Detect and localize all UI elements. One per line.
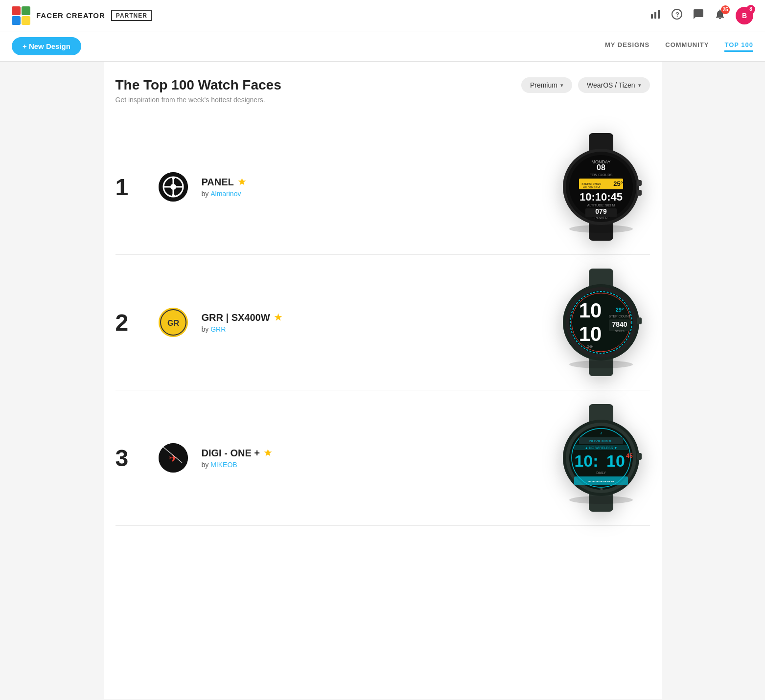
nav-tabs: MY DESIGNS COMMUNITY TOP 100 <box>605 41 753 52</box>
svg-text:10:: 10: <box>574 452 598 470</box>
watch-info: GRR | SX400W ★ by GRR <box>202 312 282 333</box>
svg-text:7840: 7840 <box>612 320 627 328</box>
svg-text:FEW CLOUDS: FEW CLOUDS <box>589 173 612 177</box>
avatar-icon-2: GR <box>159 308 188 337</box>
header-right: ? 25 B 8 <box>649 7 753 24</box>
watch-face-svg-2: 10 10 29° STEP COUNT 7840 STEPS 24H <box>557 269 645 376</box>
svg-text:10:10:45: 10:10:45 <box>579 191 622 203</box>
main-content: The Top 100 Watch Faces Get inspiration … <box>104 62 662 699</box>
by-label: by MIKEOB <box>202 461 272 469</box>
analytics-icon[interactable] <box>649 8 661 23</box>
header-left: FACER CREATOR PARTNER <box>12 6 152 25</box>
filter-row: Premium ▾ WearOS / Tizen ▾ <box>521 77 650 93</box>
rank-number: 1 <box>116 174 145 201</box>
page-header-text: The Top 100 Watch Faces Get inspiration … <box>116 77 281 104</box>
svg-rect-5 <box>654 12 656 19</box>
designer-link[interactable]: Almarinov <box>210 190 241 198</box>
toolbar: + New Design MY DESIGNS COMMUNITY TOP 10… <box>0 31 765 62</box>
svg-text:∼∼∼∼∼∼∼: ∼∼∼∼∼∼∼ <box>587 479 615 484</box>
premium-chevron-icon: ▾ <box>560 82 563 89</box>
platform-filter-button[interactable]: WearOS / Tizen ▾ <box>578 77 650 93</box>
tab-top-100[interactable]: TOP 100 <box>724 41 753 52</box>
watch-list: 1 PANEL ★ <box>116 119 650 526</box>
page-header: The Top 100 Watch Faces Get inspiration … <box>116 77 650 104</box>
watch-item: 3 ✈ DIGI - ONE + ★ by <box>116 390 650 526</box>
watch-name: GRR | SX400W ★ <box>202 312 282 323</box>
watch-face-svg-1: MONDAY 08 FEW CLOUDS STEPS: 07699 HR:089… <box>557 133 645 241</box>
facer-logo-icon <box>12 6 30 25</box>
avatar-badge: 8 <box>746 5 755 14</box>
svg-point-13 <box>170 184 176 190</box>
svg-text:079: 079 <box>595 207 607 215</box>
by-label: by GRR <box>202 325 282 333</box>
svg-text:NOVIEMBRE: NOVIEMBRE <box>589 439 612 443</box>
page-subtitle: Get inspiration from the week's hottest … <box>116 96 281 104</box>
designer-link[interactable]: MIKEOB <box>210 461 237 469</box>
svg-point-15 <box>172 194 175 197</box>
help-icon[interactable]: ? <box>671 8 683 23</box>
svg-rect-43 <box>637 317 642 324</box>
header: FACER CREATOR PARTNER ? 25 B 8 <box>0 0 765 31</box>
svg-text:▲  NO WIRELESS  ▼: ▲ NO WIRELESS ▼ <box>584 446 617 450</box>
watch-item-left: 1 PANEL ★ <box>116 172 552 202</box>
svg-rect-21 <box>637 190 642 196</box>
avatar-icon-3: ✈ <box>159 443 188 473</box>
svg-text:STEP COUNT: STEP COUNT <box>608 315 631 318</box>
by-label: by Almarinov <box>202 190 246 198</box>
svg-text:24H: 24H <box>587 345 593 348</box>
watch-info: PANEL ★ by Almarinov <box>202 177 246 198</box>
svg-text:HR:089 SPM: HR:089 SPM <box>582 186 600 189</box>
svg-rect-2 <box>12 16 21 25</box>
svg-text:45: 45 <box>626 452 633 459</box>
svg-point-78 <box>569 496 633 504</box>
watch-preview-1: MONDAY 08 FEW CLOUDS STEPS: 07699 HR:089… <box>552 133 650 241</box>
svg-text:10: 10 <box>579 299 602 322</box>
star-icon: ★ <box>238 177 246 187</box>
svg-text:25°: 25° <box>613 180 623 187</box>
designer-avatar <box>159 172 188 202</box>
svg-text:STEPS: STEPS <box>615 330 625 333</box>
chat-icon[interactable] <box>693 8 704 23</box>
partner-badge: PARTNER <box>111 10 152 21</box>
designer-link[interactable]: GRR <box>210 325 226 333</box>
user-avatar[interactable]: B 8 <box>736 7 753 24</box>
premium-filter-label: Premium <box>530 81 557 89</box>
designer-avatar: GR <box>159 308 188 337</box>
platform-chevron-icon: ▾ <box>638 82 641 89</box>
svg-text:∧: ∧ <box>600 431 602 435</box>
designer-avatar: ✈ <box>159 443 188 473</box>
premium-filter-button[interactable]: Premium ▾ <box>521 77 572 93</box>
watch-item-left: 2 GR GRR | SX400W ★ by GRR <box>116 308 552 337</box>
svg-text:GR: GR <box>167 319 179 327</box>
svg-rect-6 <box>658 10 660 19</box>
svg-rect-3 <box>22 16 30 25</box>
watch-item: 2 GR GRR | SX400W ★ by GRR <box>116 255 650 390</box>
svg-point-55 <box>569 361 633 368</box>
avatar-icon-1 <box>159 172 188 202</box>
svg-text:STEPS: 07699: STEPS: 07699 <box>581 182 601 185</box>
rank-number: 3 <box>116 445 145 472</box>
star-icon: ★ <box>264 448 272 458</box>
rank-number: 2 <box>116 309 145 336</box>
svg-rect-63 <box>637 453 642 460</box>
svg-point-14 <box>172 177 175 180</box>
watch-info: DIGI - ONE + ★ by MIKEOB <box>202 448 272 469</box>
avatar-initials: B <box>742 12 747 20</box>
svg-rect-20 <box>637 180 642 186</box>
tab-my-designs[interactable]: MY DESIGNS <box>605 41 649 52</box>
watch-item: 1 PANEL ★ <box>116 119 650 255</box>
watch-face-svg-3: ∧ NOVIEMBRE ▲ NO WIRELESS ▼ 10: 10 45 DA… <box>557 404 645 512</box>
tab-community[interactable]: COMMUNITY <box>665 41 709 52</box>
notifications-icon[interactable]: 25 <box>714 8 726 23</box>
watch-item-left: 3 ✈ DIGI - ONE + ★ by <box>116 443 552 473</box>
svg-text:29°: 29° <box>615 307 624 313</box>
svg-point-35 <box>569 225 633 233</box>
notification-count: 25 <box>721 5 730 14</box>
svg-text:45: 45 <box>599 487 603 490</box>
svg-text:?: ? <box>675 11 679 18</box>
new-design-button[interactable]: + New Design <box>12 37 81 55</box>
svg-rect-4 <box>651 14 653 19</box>
svg-text:POWER: POWER <box>594 216 607 220</box>
svg-text:ALTITUDE: 983 M: ALTITUDE: 983 M <box>587 203 615 207</box>
page-title: The Top 100 Watch Faces <box>116 77 281 93</box>
